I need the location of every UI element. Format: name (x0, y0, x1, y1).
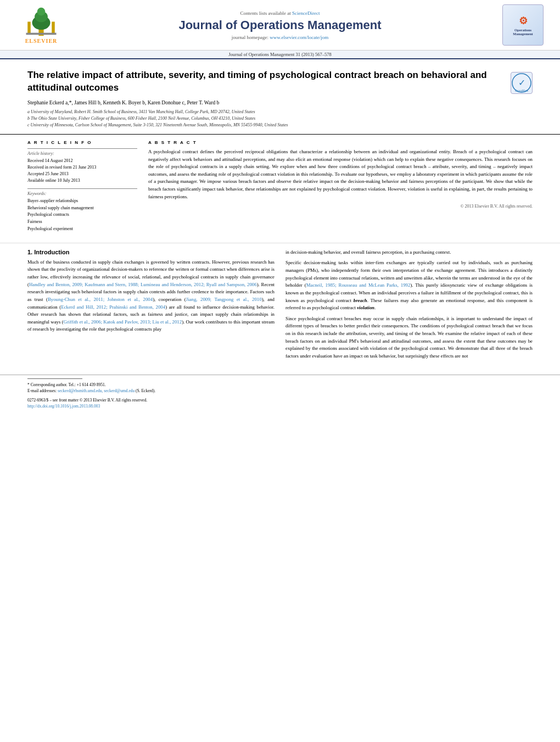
journal-badge-icon: ⚙ (519, 15, 528, 27)
authors: Stephanie Eckerd a,*, James Hill b, Kenn… (27, 100, 533, 105)
svg-rect-5 (52, 21, 55, 34)
elsevier-logo-section: ELSEVIER (16, 7, 66, 44)
email1-link[interactable]: seckerd@rhsmith.umd.edu, seckerd@umd.edu (58, 388, 135, 393)
article-info-abstract: A R T I C L E I N F O Article history: R… (0, 135, 560, 243)
body-right-col: in decision-making behavior, and overall… (285, 249, 533, 364)
badge-label: OperationsManagement (513, 28, 533, 36)
keywords-label: Keywords: (27, 191, 137, 196)
ref-handley[interactable]: Handley and Benton, 2009; Kaufmann and S… (29, 282, 257, 287)
body-content: 1. Introduction Much of the business con… (0, 243, 560, 369)
affiliations: a University of Maryland, Robert H. Smit… (27, 109, 533, 129)
keyword-4: Fairness (27, 219, 137, 226)
abstract-label: A B S T R A C T (148, 140, 533, 145)
info-divider-1 (27, 148, 137, 149)
footnote-divider (27, 378, 82, 379)
abstract-text: A psychological contract defines the per… (148, 148, 533, 200)
history-subsection: Article history: Received 14 August 2012… (27, 151, 137, 184)
journal-volume: Journal of Operations Management 31 (201… (228, 52, 331, 57)
doi-link[interactable]: http://dx.doi.org/10.1016/j.jom.2013.08.… (27, 404, 100, 409)
journal-title: Journal of Operations Management (66, 18, 494, 32)
affiliation-b: b The Ohio State University, Fisher Coll… (27, 115, 533, 122)
crossmark-icon: ✓ CrossMark (512, 73, 531, 93)
abstract-col: A B S T R A C T A psychological contract… (148, 140, 533, 237)
svg-text:CrossMark: CrossMark (515, 89, 529, 92)
keyword-1: Buyer–supplier relationships (27, 198, 137, 205)
corresponding-note: * Corresponding author. Tel.: +1 614 439… (27, 382, 533, 388)
available-date: Available online 10 July 2013 (27, 177, 137, 184)
svg-text:✓: ✓ (518, 78, 525, 87)
article-info-label: A R T I C L E I N F O (27, 140, 137, 145)
journal-badge: ⚙ OperationsManagement (502, 4, 544, 46)
svg-rect-4 (27, 21, 31, 34)
sciencedirect-link[interactable]: ScienceDirect (292, 10, 320, 16)
ref-macneil[interactable]: Macneil, 1985; Rousseau and McLean Parks… (306, 282, 411, 288)
journal-header: ELSEVIER Contents lists available at Sci… (0, 0, 560, 51)
footer-section: * Corresponding author. Tel.: +1 614 439… (0, 375, 560, 413)
intro-para2: in decision-making behavior, and overall… (285, 249, 533, 256)
crossmark-container: ✓ CrossMark (511, 72, 533, 94)
ref-jiang[interactable]: Jiang, 2009; Tangpong et al., 2010 (186, 297, 262, 302)
article-info-col: A R T I C L E I N F O Article history: R… (27, 140, 137, 237)
intro-para3: Specific decision-making tasks within in… (285, 259, 533, 311)
affiliation-a: a University of Maryland, Robert H. Smit… (27, 109, 533, 115)
info-divider-2 (27, 188, 137, 189)
article-title: The relative impact of attribute, severi… (27, 69, 533, 94)
copyright-line: © 2013 Elsevier B.V. All rights reserved… (148, 204, 533, 209)
elsevier-logo: ELSEVIER (16, 7, 66, 44)
keyword-3: Psychological contracts (27, 211, 137, 219)
intro-para1: Much of the business conducted in supply… (27, 259, 275, 333)
header-right: ⚙ OperationsManagement (494, 4, 544, 46)
homepage-line: journal homepage: www.elsevier.com/locat… (66, 35, 494, 40)
issn-line: 0272-6963/$ – see front matter © 2013 El… (27, 397, 533, 403)
intro-section-header: 1. Introduction (27, 249, 275, 255)
history-label: Article history: (27, 151, 137, 156)
elsevier-tree-icon (22, 7, 60, 37)
article-header: ✓ CrossMark The relative impact of attri… (0, 59, 560, 135)
body-left-col: 1. Introduction Much of the business con… (27, 249, 275, 364)
intro-para4: Since psychological contract breaches ma… (285, 315, 533, 360)
homepage-link[interactable]: www.elsevier.com/locate/jom (270, 35, 328, 40)
header-center: Contents lists available at ScienceDirec… (66, 10, 494, 40)
ref-byoung[interactable]: Byoung-Chun et al., 2011; Johnston et al… (48, 297, 153, 302)
keyword-2: Behavioral supply chain management (27, 205, 137, 212)
crossmark-badge: ✓ CrossMark (511, 72, 533, 94)
email-line: E-mail addresses: seckerd@rhsmith.umd.ed… (27, 388, 533, 394)
doi-line: http://dx.doi.org/10.1016/j.jom.2013.08.… (27, 403, 533, 409)
svg-rect-6 (26, 32, 57, 35)
page: ELSEVIER Contents lists available at Sci… (0, 0, 560, 742)
keyword-5: Psychological experiment (27, 226, 137, 233)
ref-eckerd[interactable]: Eckerd and Hill, 2012; Prahinski and Ben… (61, 304, 165, 310)
sciencedirect-line: Contents lists available at ScienceDirec… (66, 10, 494, 16)
affiliation-c: c University of Minnesota, Carlson Schoo… (27, 122, 533, 129)
received-date: Received 14 August 2012 (27, 158, 137, 164)
accepted-date: Accepted 25 June 2013 (27, 171, 137, 177)
ref-griffith[interactable]: Griffith et al., 2006; Katok and Pavlov,… (64, 319, 182, 325)
elsevier-label: ELSEVIER (25, 38, 58, 44)
keywords-subsection: Keywords: Buyer–supplier relationships B… (27, 191, 137, 233)
journal-info-bar: Journal of Operations Management 31 (201… (0, 51, 560, 59)
received-revised-date: Received in revised form 21 June 2013 (27, 164, 137, 171)
svg-point-3 (37, 7, 46, 15)
